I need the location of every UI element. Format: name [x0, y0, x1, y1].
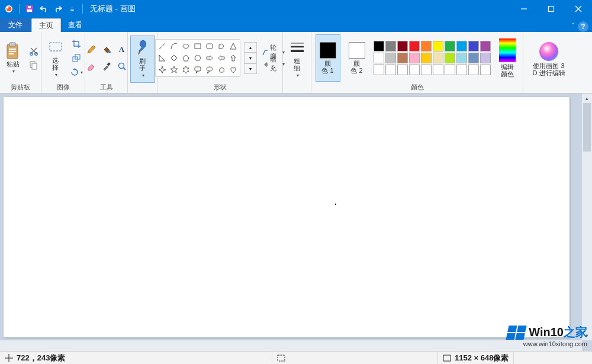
color-swatch-empty[interactable] [409, 65, 420, 75]
shape-arrow-up-icon[interactable] [228, 53, 239, 63]
color-swatch[interactable] [385, 53, 396, 63]
color-swatch-empty[interactable] [397, 65, 408, 75]
color-swatch[interactable] [456, 53, 467, 63]
shapes-more-icon[interactable]: ▾ [244, 63, 257, 74]
color-swatch[interactable] [433, 41, 443, 51]
shape-callout2-icon[interactable] [204, 65, 215, 75]
group-image-label: 图像 [57, 82, 70, 92]
paint3d-button[interactable]: 使用画图 3 D 进行编辑 [529, 36, 569, 83]
shape-pentagon-icon[interactable] [181, 53, 191, 63]
color1-button[interactable]: 颜 色 1 [316, 34, 340, 82]
shapes-gallery[interactable] [155, 39, 240, 77]
size-button[interactable]: 粗 细 ▾ [285, 36, 309, 83]
pencil-icon[interactable] [85, 43, 98, 56]
color2-button[interactable]: 颜 色 2 [345, 34, 369, 82]
color-swatch-empty[interactable] [374, 65, 384, 75]
color-swatch[interactable] [468, 41, 479, 51]
vertical-scrollbar[interactable]: ▴ ▾ [582, 94, 592, 340]
shape-rtriangle-icon[interactable] [157, 53, 168, 63]
picker-icon[interactable] [100, 60, 113, 73]
color-swatch[interactable] [480, 53, 491, 63]
scroll-down-icon[interactable]: ▾ [582, 331, 592, 340]
rotate-icon[interactable]: ▾ [70, 66, 83, 79]
vertical-scrollbar-thumb[interactable] [583, 103, 591, 152]
color-swatch-empty[interactable] [433, 65, 443, 75]
undo-icon[interactable] [37, 2, 50, 15]
text-icon[interactable]: A [115, 43, 128, 56]
shape-triangle-icon[interactable] [228, 41, 239, 51]
redo-icon[interactable] [52, 2, 65, 15]
color-swatch[interactable] [374, 41, 384, 51]
fill-icon[interactable] [100, 43, 113, 56]
tab-file[interactable]: 文件 [0, 18, 31, 32]
horizontal-scrollbar[interactable] [0, 340, 582, 351]
color-swatch[interactable] [433, 53, 443, 63]
brushes-button[interactable]: 刷 子 ▾ [130, 36, 155, 83]
color-swatch-empty[interactable] [421, 65, 432, 75]
copy-icon[interactable] [27, 59, 40, 72]
shape-arrow-right-icon[interactable] [204, 53, 215, 63]
collapse-ribbon-icon[interactable]: ˆ [572, 22, 574, 31]
color-swatch[interactable] [385, 41, 396, 51]
app-icon[interactable] [2, 2, 15, 15]
svg-point-31 [207, 67, 213, 71]
canvas-size-icon [443, 354, 451, 362]
tab-home[interactable]: 主页 [31, 18, 61, 32]
shape-star6-icon[interactable] [181, 65, 191, 75]
shape-callout-icon[interactable] [192, 65, 203, 75]
tab-view[interactable]: 查看 [61, 18, 89, 32]
shape-polygon-icon[interactable] [216, 41, 227, 51]
resize-icon[interactable] [70, 51, 83, 65]
color-swatch[interactable] [445, 53, 455, 63]
color-swatch[interactable] [397, 53, 408, 63]
shapes-scroll-up-icon[interactable]: ▴ [244, 42, 257, 53]
minimize-button[interactable] [510, 0, 538, 18]
color-swatch-empty[interactable] [456, 65, 467, 75]
shape-heart-icon[interactable] [228, 65, 239, 75]
svg-rect-5 [28, 6, 31, 8]
color-swatch[interactable] [397, 41, 408, 51]
color-swatch[interactable] [409, 41, 420, 51]
color-swatch[interactable] [421, 41, 432, 51]
color-swatch-empty[interactable] [480, 65, 491, 75]
close-button[interactable] [565, 0, 592, 18]
color-swatch[interactable] [456, 41, 467, 51]
color-swatch[interactable] [468, 53, 479, 63]
edit-colors-button[interactable]: 编辑 颜色 [496, 34, 519, 82]
shape-arrow-left-icon[interactable] [216, 53, 227, 63]
shape-roundrect-icon[interactable] [204, 41, 215, 51]
color-swatch-empty[interactable] [445, 65, 455, 75]
help-icon[interactable]: ? [578, 21, 588, 32]
shape-star4-icon[interactable] [157, 65, 168, 75]
shape-star5-icon[interactable] [169, 65, 179, 75]
shape-fill-button[interactable]: 填充▾ [262, 59, 285, 69]
group-colors-label: 颜色 [411, 82, 424, 92]
color-swatch[interactable] [421, 53, 432, 63]
color-swatch[interactable] [445, 41, 455, 51]
maximize-button[interactable] [538, 0, 565, 18]
paste-button[interactable]: 粘贴 ▾ [1, 34, 25, 82]
select-button[interactable]: 选 择 ▾ [44, 34, 67, 82]
color-swatch-empty[interactable] [468, 65, 479, 75]
shapes-scroll-down-icon[interactable]: ▾ [244, 53, 257, 63]
eraser-icon[interactable] [85, 60, 98, 73]
color-swatch[interactable] [374, 53, 384, 63]
save-icon[interactable] [23, 2, 36, 15]
shape-cloud-icon[interactable] [216, 65, 227, 75]
scroll-up-icon[interactable]: ▴ [582, 94, 592, 103]
magnifier-icon[interactable] [115, 60, 128, 73]
color-swatch[interactable] [409, 53, 420, 63]
shape-rect-icon[interactable] [192, 41, 203, 51]
shape-oval-icon[interactable] [181, 41, 191, 51]
color-swatch-empty[interactable] [385, 65, 396, 75]
color-swatch[interactable] [480, 41, 491, 51]
canvas[interactable] [4, 97, 570, 337]
shape-hexagon-icon[interactable] [192, 53, 203, 63]
crop-icon[interactable] [70, 37, 83, 50]
shape-diamond-icon[interactable] [169, 53, 179, 63]
shape-line-icon[interactable] [157, 41, 168, 51]
qat-dropdown-icon[interactable]: ≡ [66, 2, 79, 15]
canvas-mark [335, 204, 336, 205]
cut-icon[interactable] [27, 44, 40, 57]
shape-curve-icon[interactable] [169, 41, 179, 51]
